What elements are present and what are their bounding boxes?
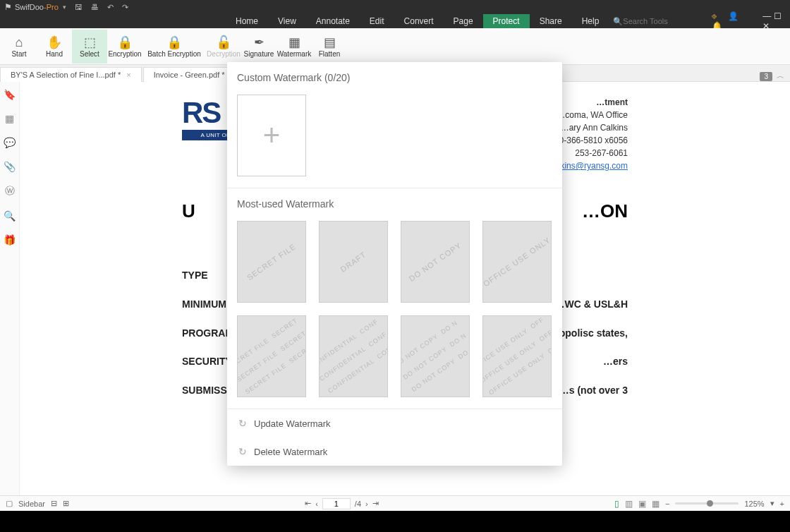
menu-view[interactable]: View <box>268 14 306 28</box>
undo-icon[interactable]: ↶ <box>107 3 114 12</box>
titlebar: ⚑ SwifDoo-Pro ▾ 🖫 🖶 ↶ ↷ <box>0 0 790 14</box>
chevron-up-icon[interactable]: ︿ <box>777 71 784 81</box>
flatten-icon: ▤ <box>324 35 336 50</box>
refresh-icon: ↻ <box>238 418 247 429</box>
zoom-in-icon[interactable]: + <box>780 500 784 508</box>
watermark-preset-secret-tiled[interactable]: SECRET FILE SECRETSECRET FILE SECRETSECR… <box>237 315 306 397</box>
prev-page-icon[interactable]: ‹ <box>315 500 318 508</box>
page-total: /4 <box>355 500 361 508</box>
menu-help[interactable]: Help <box>572 14 609 28</box>
watermark-icon: ▦ <box>288 35 300 50</box>
watermark-preset-officeuse-tiled[interactable]: OFFICE USE ONLY OFFOFFICE USE ONLY OFFOF… <box>482 315 552 397</box>
tool-decryption: 🔓Decryption <box>206 30 241 64</box>
tool-flatten[interactable]: ▤Flatten <box>312 30 347 64</box>
menu-annotate[interactable]: Annotate <box>306 14 360 28</box>
watermark-preset-draft[interactable]: DRAFT <box>319 221 388 303</box>
sidebar-label: Sidebar <box>18 500 45 508</box>
menu-protect[interactable]: Protect <box>483 14 530 28</box>
toolbar: ⌂Start ✋Hand ⬚Select 🔒Encryption 🔒Batch … <box>0 28 790 65</box>
search-tools[interactable]: 🔍 <box>613 17 707 26</box>
gift-side-icon[interactable]: 🎁 <box>4 234 16 246</box>
tool-encryption[interactable]: 🔒Encryption <box>107 30 142 64</box>
save-icon[interactable]: 🖫 <box>75 3 83 11</box>
view-single-icon[interactable]: ▯ <box>614 499 619 509</box>
watermark-preset-confidential-tiled[interactable]: CONFIDENTIAL CONFCONFIDENTIAL CONFCONFID… <box>319 315 388 397</box>
watermark-preset-donotcopy[interactable]: DO NOT COPY <box>401 221 470 303</box>
menu-edit[interactable]: Edit <box>360 14 394 28</box>
zoom-dropdown-icon[interactable]: ▾ <box>770 499 774 508</box>
lock-icon: 🔒 <box>117 35 133 50</box>
watermark-preset-officeuse[interactable]: OFFICE USE ONLY <box>482 221 552 303</box>
statusbar: ▢ Sidebar ⊟ ⊞ ⇤ ‹ /4 › ⇥ ▯ ▥ ▣ ▦ − 125% … <box>0 495 790 511</box>
doc-tab-0[interactable]: BY'S A Selection of Fine I...pdf *× <box>0 67 142 82</box>
page-count-badge: 3 <box>760 72 772 81</box>
cursor-icon: ⬚ <box>84 35 96 50</box>
zoom-slider[interactable] <box>675 502 739 504</box>
expand-right-icon[interactable]: ⊞ <box>63 499 69 508</box>
left-sidebar: 🔖 ▦ 💬 📎 ⓦ 🔍 🎁 <box>0 82 20 495</box>
tool-signature[interactable]: ✒Signature <box>241 30 276 64</box>
redo-icon[interactable]: ↷ <box>122 3 128 12</box>
thumbnails-icon[interactable]: ▦ <box>5 113 14 124</box>
tool-start[interactable]: ⌂Start <box>1 30 37 64</box>
app-name: SwifDoo-Pro <box>15 3 59 11</box>
watermark-preset-donotcopy-tiled[interactable]: DO NOT COPY DO NDO NOT COPY DO NDO NOT C… <box>401 315 470 397</box>
collapse-left-icon[interactable]: ⊟ <box>51 499 57 508</box>
minimize-button[interactable]: — <box>762 11 771 21</box>
menu-page[interactable]: Page <box>444 14 483 28</box>
app-logo-icon: ⚑ <box>4 2 12 12</box>
search-side-icon[interactable]: 🔍 <box>4 210 16 222</box>
attachment-icon[interactable]: 📎 <box>4 161 16 172</box>
view-book-icon[interactable]: ▦ <box>652 499 660 509</box>
maximize-button[interactable]: ☐ <box>774 11 782 21</box>
sidebar-toggle-icon[interactable]: ▢ <box>6 499 13 508</box>
word-icon[interactable]: ⓦ <box>5 185 15 198</box>
tool-batch-encryption[interactable]: 🔒Batch Encryption <box>142 30 206 64</box>
add-watermark-button[interactable]: + <box>237 95 306 176</box>
gift-icon[interactable]: ⎆ <box>712 11 717 21</box>
view-continuous-icon[interactable]: ▥ <box>625 499 633 509</box>
account-icon[interactable]: 👤 <box>728 11 739 21</box>
zoom-value: 125% <box>744 500 764 508</box>
tool-watermark[interactable]: ▦Watermark <box>276 30 312 64</box>
home-icon: ⌂ <box>16 35 23 50</box>
watermark-panel: Custom Watermark (0/20) + Most-used Wate… <box>227 62 562 466</box>
update-watermark-button[interactable]: ↻Update Watermark <box>227 409 562 437</box>
tool-select[interactable]: ⬚Select <box>72 30 107 64</box>
unlock-icon: 🔓 <box>216 35 231 50</box>
watermark-preset-secret[interactable]: SECRET FILE <box>237 221 306 303</box>
menu-share[interactable]: Share <box>530 14 572 28</box>
custom-watermark-header: Custom Watermark (0/20) <box>227 62 562 89</box>
lock-batch-icon: 🔒 <box>166 35 182 50</box>
menu-home[interactable]: Home <box>226 14 268 28</box>
menu-convert[interactable]: Convert <box>394 14 444 28</box>
search-input[interactable] <box>623 17 707 25</box>
view-facing-icon[interactable]: ▣ <box>638 499 646 509</box>
app-dropdown-icon[interactable]: ▾ <box>63 4 66 11</box>
first-page-icon[interactable]: ⇤ <box>305 499 311 508</box>
most-used-watermark-header: Most-used Watermark <box>227 188 562 215</box>
zoom-out-icon[interactable]: − <box>665 500 669 508</box>
bookmark-icon[interactable]: 🔖 <box>4 89 16 100</box>
tool-hand[interactable]: ✋Hand <box>37 30 72 64</box>
last-page-icon[interactable]: ⇥ <box>372 499 379 508</box>
comments-icon[interactable]: 💬 <box>4 137 16 148</box>
menubar: Home View Annotate Edit Convert Page Pro… <box>0 14 790 28</box>
next-page-icon[interactable]: › <box>365 500 368 508</box>
print-icon[interactable]: 🖶 <box>91 3 99 11</box>
page-number-input[interactable] <box>322 498 351 509</box>
hand-icon: ✋ <box>47 35 62 50</box>
close-icon[interactable]: × <box>126 71 130 79</box>
refresh-icon: ↻ <box>238 446 247 457</box>
search-icon: 🔍 <box>613 17 623 26</box>
signature-icon: ✒ <box>254 35 265 50</box>
delete-watermark-button[interactable]: ↻Delete Watermark <box>227 437 562 466</box>
